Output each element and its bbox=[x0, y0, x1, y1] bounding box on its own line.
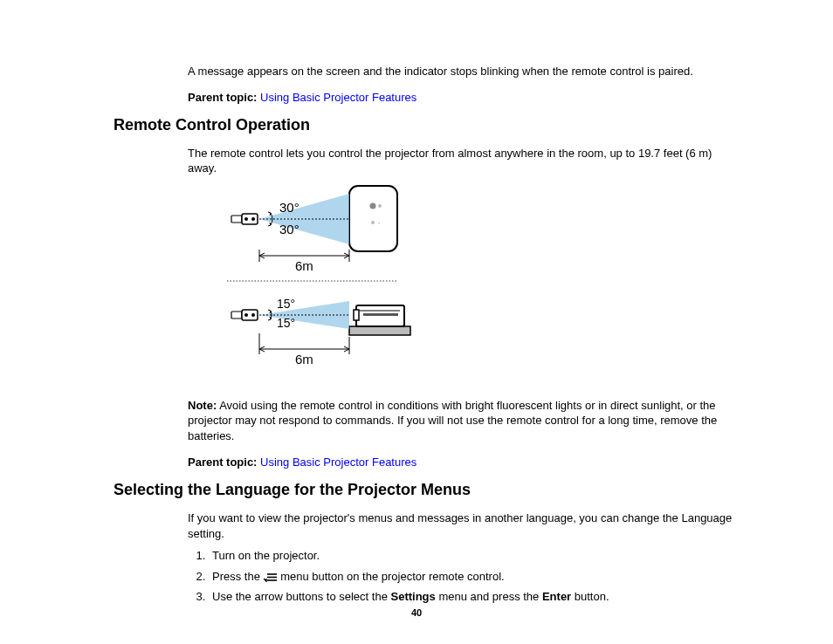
svg-rect-20 bbox=[231, 312, 242, 319]
bottom-angle-lower: 15° bbox=[277, 316, 295, 330]
svg-point-1 bbox=[370, 202, 376, 209]
heading-selecting-language: Selecting the Language for the Projector… bbox=[114, 481, 737, 499]
top-angle-upper: 30° bbox=[279, 200, 299, 215]
step-3-text-c: button. bbox=[571, 590, 609, 603]
step-2-text-b: menu button on the projector remote cont… bbox=[278, 570, 505, 583]
top-distance-label: 6m bbox=[295, 258, 313, 273]
svg-rect-15 bbox=[349, 326, 410, 335]
svg-point-2 bbox=[378, 204, 382, 208]
svg-point-3 bbox=[371, 221, 375, 224]
language-paragraph: If you want to view the projector's menu… bbox=[188, 510, 737, 541]
svg-point-7 bbox=[244, 217, 248, 221]
parent-topic-label: Parent topic: bbox=[188, 91, 257, 104]
note-paragraph: Note: Avoid using the remote control in … bbox=[188, 398, 737, 444]
step-1: Turn on the projector. bbox=[209, 548, 737, 564]
step-3-settings: Settings bbox=[391, 590, 436, 603]
svg-rect-6 bbox=[242, 214, 258, 224]
step-3-text-a: Use the arrow buttons to select the bbox=[212, 590, 391, 603]
step-3-enter: Enter bbox=[542, 590, 571, 603]
parent-topic-link-2[interactable]: Using Basic Projector Features bbox=[260, 456, 416, 469]
svg-rect-19 bbox=[363, 313, 398, 316]
bottom-angle-upper: 15° bbox=[277, 297, 295, 311]
document-page: A message appears on the screen and the … bbox=[0, 0, 833, 644]
note-text: Avoid using the remote control in condit… bbox=[188, 399, 717, 442]
step-2: Press the menu button on the projector r… bbox=[209, 569, 737, 585]
remote-range-figure: · 30° 30° 6m bbox=[227, 183, 737, 382]
svg-point-23 bbox=[251, 313, 255, 317]
svg-rect-17 bbox=[354, 310, 359, 320]
svg-point-8 bbox=[251, 217, 255, 221]
intro-paragraph: A message appears on the screen and the … bbox=[188, 64, 737, 79]
note-label: Note: bbox=[188, 399, 217, 412]
svg-rect-21 bbox=[242, 310, 258, 320]
top-angle-lower: 30° bbox=[279, 222, 299, 236]
remote-control-paragraph: The remote control lets you control the … bbox=[188, 146, 737, 176]
steps-list: Turn on the projector. Press the menu bu… bbox=[188, 548, 737, 605]
step-3: Use the arrow buttons to select the Sett… bbox=[209, 589, 737, 605]
svg-marker-24 bbox=[259, 301, 349, 329]
step-2-text-a: Press the bbox=[212, 570, 264, 583]
parent-topic-link[interactable]: Using Basic Projector Features bbox=[260, 91, 416, 104]
svg-rect-5 bbox=[231, 216, 242, 223]
heading-remote-control-operation: Remote Control Operation bbox=[114, 116, 737, 134]
bottom-distance-label: 6m bbox=[295, 352, 313, 367]
parent-topic-label-2: Parent topic: bbox=[188, 456, 257, 469]
svg-rect-0 bbox=[349, 186, 397, 251]
parent-topic-line: Parent topic: Using Basic Projector Feat… bbox=[188, 91, 737, 104]
page-number: 40 bbox=[0, 607, 833, 618]
step-3-text-b: menu and press the bbox=[436, 590, 542, 603]
svg-text:·: · bbox=[378, 220, 380, 226]
parent-topic-line-2: Parent topic: Using Basic Projector Feat… bbox=[188, 456, 737, 469]
menu-icon bbox=[264, 570, 278, 583]
svg-point-22 bbox=[244, 313, 248, 317]
